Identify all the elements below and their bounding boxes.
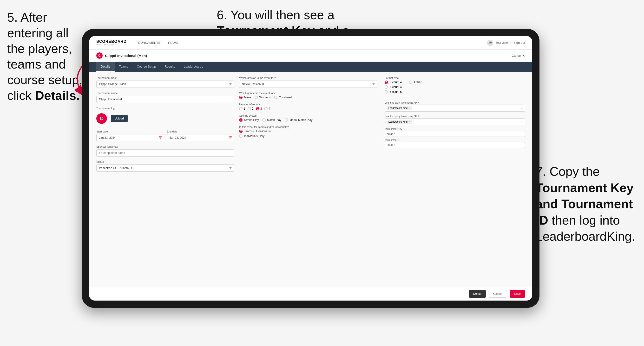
round-4[interactable]: 4 [264,107,270,110]
header-right: TU Test User | Sign out [487,40,525,46]
venue-label: Venue [96,160,234,163]
teams-label: Is this event for Teams and/or Individua… [239,126,377,128]
form-column-1: Tournament Host Clippd College - Men Tou… [96,76,239,282]
tournament-key-value: bdfdb7 [384,131,525,137]
upload-button[interactable]: Upload [111,115,128,122]
remove-lk-1[interactable]: ✕ [408,107,410,109]
teams-with-individuals[interactable]: Teams (+Individuals) [239,130,377,133]
tab-course-setup[interactable]: Course Setup [132,62,160,72]
radio-womens [254,96,258,99]
nav-teams[interactable]: TEAMS [168,41,178,44]
venue-group: Venue Peachtree GC - Atlanta - GA [96,160,234,172]
tournament-key-group: Tournament Key bdfdb7 [384,128,525,137]
division-group: Which division is the event for? NCAA Di… [239,76,377,88]
round-2[interactable]: 2 [248,107,254,110]
radio-round-4 [264,107,268,110]
logo-upload-area: C Upload [96,111,234,126]
radio-stroke-checked [239,118,242,122]
format-5count4[interactable]: 5 count 4 [384,81,402,84]
lk-tag-1: Leaderboard King ✕ [387,106,412,110]
radio-combined [274,96,278,99]
rounds-label: Number of rounds [239,103,377,106]
radio-round-3-checked [256,107,260,110]
end-date-input[interactable] [167,134,234,141]
sponsor-input[interactable] [96,149,234,157]
lk-tag-2: Leaderboard King ✕ [387,120,412,124]
third-party-select-1[interactable]: Leaderboard King ✕ ⌄ [384,105,525,112]
sign-out-link[interactable]: Sign out [514,41,525,44]
app-header: SCOREBOARD Powered by clippd TOURNAMENTS… [89,36,532,49]
round-1[interactable]: 1 [239,107,245,110]
gender-label: Which gender is the event for? [239,92,377,95]
dropdown-arrow-2: ⌄ [521,121,523,123]
logo-sub: Powered by clippd [96,44,114,46]
start-date-label: Start date [96,130,164,133]
round-3[interactable]: 3 [256,107,262,110]
start-date-group: Start date 📅 [96,130,164,141]
remove-lk-2[interactable]: ✕ [408,121,410,123]
tab-teams[interactable]: Teams [115,62,132,72]
end-date-label: End date [167,130,234,133]
tournament-name-group: Tournament name [96,92,234,103]
tab-leaderboards[interactable]: Leaderboards [180,62,207,72]
scoring-medal-match[interactable]: Medal Match Play [285,118,312,122]
cancel-button[interactable]: Cancel [489,290,507,298]
radio-teams-checked [239,130,242,133]
scoring-match[interactable]: Match Play [262,118,281,122]
delete-button[interactable]: Delete [469,290,486,298]
tournament-name-input[interactable] [96,96,234,103]
start-date-input[interactable] [96,134,164,141]
tablet-frame: SCOREBOARD Powered by clippd TOURNAMENTS… [82,29,540,308]
gender-womens[interactable]: Womens [254,96,271,99]
gender-mens[interactable]: Mens [239,96,251,99]
format-6count5[interactable]: 6 count 5 [384,90,402,94]
format-list: 5 count 4 6 count 4 6 count 5 [384,81,402,94]
dropdown-arrow-1: ⌄ [521,107,523,109]
tablet-screen: SCOREBOARD Powered by clippd TOURNAMENTS… [89,36,532,301]
scoring-group: Scoring system Stroke Play Match Play [239,114,377,122]
tournament-id-label: Tournament ID [384,139,525,141]
format-other-option[interactable]: Other [409,81,422,84]
radio-individuals [239,134,242,138]
nav-tournaments[interactable]: TOURNAMENTS [136,41,160,44]
division-select[interactable]: NCAA Division III [239,81,377,88]
gender-group: Which gender is the event for? Mens Wome… [239,92,377,99]
end-date-group: End date 📅 [167,130,234,141]
close-icon: ✕ [522,54,525,57]
radio-round-1 [239,107,242,110]
tournament-logo-group: Tournament logo C Upload [96,107,234,126]
tab-results[interactable]: Results [160,62,180,72]
tournament-key-label: Tournament Key [384,128,525,130]
format-options-row: 5 count 4 6 count 4 6 count 5 [384,81,525,96]
tournament-id-group: Tournament ID 302051 [384,139,525,148]
save-button[interactable]: Save [510,290,525,298]
radio-6count4 [384,85,388,89]
user-avatar: TU [487,40,493,46]
radio-6count5 [384,90,388,94]
scoring-stroke[interactable]: Stroke Play [239,118,259,122]
gender-options: Mens Womens Combined [239,96,377,99]
venue-select[interactable]: Peachtree GC - Atlanta - GA [96,165,234,172]
individuals-only[interactable]: Individuals Only [239,134,377,138]
rounds-options: 1 2 3 4 [239,107,377,110]
dates-group: Start date 📅 End date 📅 [96,130,234,141]
tabs-bar: Details Teams Course Setup Results Leade… [89,62,532,72]
tab-details[interactable]: Details [96,62,115,72]
calendar-icon-end: 📅 [229,136,232,140]
third-party-group-2: Use third-party live scoring API? Leader… [384,114,525,125]
third-party-group-1: Use third-party live scoring API? Leader… [384,100,525,112]
third-party-select-2[interactable]: Leaderboard King ✕ ⌄ [384,118,525,125]
cancel-header-button[interactable]: Cancel ✕ [512,54,525,57]
format-6count4[interactable]: 6 count 4 [384,85,402,89]
form-column-3: Format type 5 count 4 6 count 4 [382,76,525,282]
radio-medal-match [285,118,288,122]
tournament-host-select[interactable]: Clippd College - Men [96,81,234,88]
annotation-bottom-right: 7. Copy the Tournament Key and Tournamen… [536,164,637,245]
tournament-title: Clippd Invitational (Men) [105,54,147,58]
user-name: Test User [496,41,508,44]
c-logo-icon: C [96,52,102,59]
sponsor-label: Sponsor (optional) [96,145,234,148]
tournament-logo-label: Tournament logo [96,107,234,110]
annotation-left: 5. After entering all the players, teams… [7,10,84,103]
gender-combined[interactable]: Combined [274,96,292,99]
